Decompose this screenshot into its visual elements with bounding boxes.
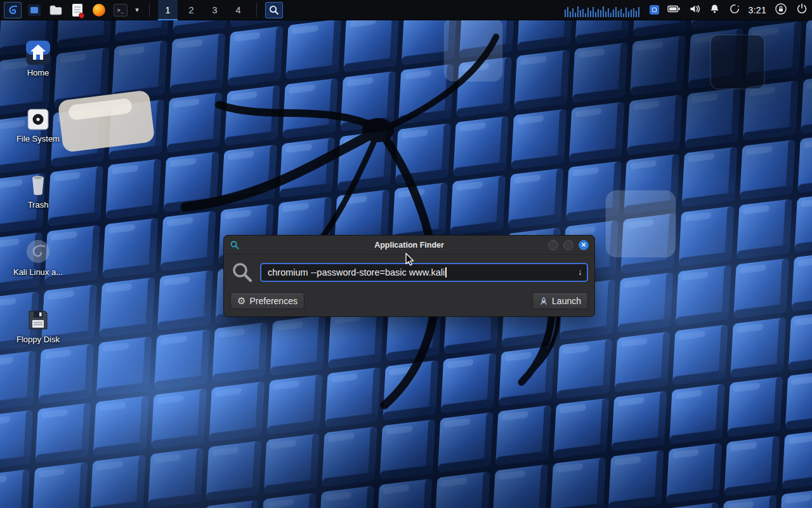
command-text: chromium --password-store=basic www.kali [268, 267, 445, 277]
text-editor-icon [72, 4, 82, 17]
launch-label: Launch [552, 296, 581, 306]
panel-right-group: 3:21 [564, 0, 808, 20]
kali-logo-icon [6, 4, 19, 17]
desktop-icon-home[interactable]: Home [8, 37, 69, 77]
panel-left-group: >_ ▾ 1 2 3 4 [4, 0, 283, 20]
home-icon [25, 39, 51, 66]
lock-icon [775, 3, 787, 15]
power-icon [796, 3, 808, 15]
top-panel: >_ ▾ 1 2 3 4 [0, 0, 812, 20]
firefox-launcher[interactable] [90, 2, 108, 18]
terminal-launcher[interactable]: >_ [112, 2, 129, 18]
kali-menu-button[interactable] [4, 2, 22, 18]
status-tray-indicator[interactable] [729, 3, 740, 17]
notifications-indicator[interactable] [709, 3, 721, 17]
folder-icon [49, 4, 62, 16]
application-finder-window: Application Finder ✕ chromium --password… [223, 235, 595, 317]
minimize-button[interactable] [548, 240, 558, 250]
terminal-icon: >_ [114, 4, 128, 17]
bell-icon [709, 3, 721, 15]
desktop-icon-label: Floppy Disk [8, 335, 69, 344]
logout-button[interactable] [796, 3, 808, 17]
file-system-icon [25, 107, 51, 132]
app-finder-taskbar-button[interactable] [265, 2, 283, 18]
desktop-icon-label: Home [8, 69, 69, 77]
search-icon [268, 4, 280, 16]
folder-launcher[interactable] [47, 2, 65, 18]
preferences-label: Preferences [249, 296, 297, 306]
window-controls: ✕ [548, 240, 589, 250]
panel-separator [256, 3, 257, 17]
launch-icon [539, 297, 548, 305]
file-manager-launcher[interactable] [25, 2, 43, 18]
editor-badge [79, 13, 84, 18]
launcher-dropdown-arrow[interactable]: ▾ [133, 6, 141, 14]
history-dropdown-icon[interactable]: ↓ [578, 267, 582, 277]
trash-icon [25, 171, 51, 198]
workspace-button-1[interactable]: 1 [158, 0, 178, 20]
text-caret [445, 267, 447, 277]
workspace-button-2[interactable]: 2 [181, 0, 201, 20]
mouse-cursor [405, 253, 417, 267]
desktop-icon-file-system[interactable]: File System [8, 103, 69, 144]
cpu-graph[interactable] [564, 3, 641, 17]
desktop-icon-floppy-disk[interactable]: Floppy Disk [8, 304, 69, 344]
battery-indicator[interactable] [667, 3, 681, 17]
workspace-button-3[interactable]: 3 [205, 0, 225, 20]
clock[interactable]: 3:21 [749, 5, 766, 15]
command-input[interactable]: chromium --password-store=basic www.kali… [260, 263, 588, 282]
update-circle-icon [729, 3, 740, 15]
battery-icon [667, 3, 681, 15]
lock-screen-button[interactable] [775, 3, 787, 17]
volume-indicator[interactable] [689, 3, 700, 17]
close-button[interactable]: ✕ [579, 240, 589, 250]
desktop-icon-label: File System [8, 135, 69, 144]
desktop-icon-label: Kali Linux a... [8, 268, 69, 277]
search-icon [230, 260, 254, 284]
desktop-icon-trash[interactable]: Trash [8, 169, 69, 210]
close-icon: ✕ [581, 242, 586, 248]
tray-icon[interactable] [650, 5, 659, 15]
floppy-disk-icon [25, 307, 51, 333]
speaker-icon [689, 3, 700, 15]
maximize-button[interactable] [563, 240, 573, 250]
app-finder-window-icon [230, 240, 240, 250]
firefox-icon [93, 4, 105, 17]
desktop-icon-label: Trash [8, 201, 69, 210]
workspace-button-4[interactable]: 4 [228, 0, 248, 20]
kali-docs-icon [24, 237, 52, 265]
launch-button[interactable]: Launch [532, 292, 588, 309]
file-manager-icon [28, 4, 41, 16]
gear-icon: ⚙ [237, 296, 246, 305]
window-title: Application Finder [374, 241, 444, 250]
desktop-icon-kali-linux[interactable]: Kali Linux a... [8, 236, 69, 277]
text-editor-launcher[interactable] [69, 2, 86, 18]
preferences-button[interactable]: ⚙ Preferences [230, 292, 304, 309]
finder-titlebar[interactable]: Application Finder ✕ [224, 236, 594, 255]
panel-separator [149, 3, 150, 17]
